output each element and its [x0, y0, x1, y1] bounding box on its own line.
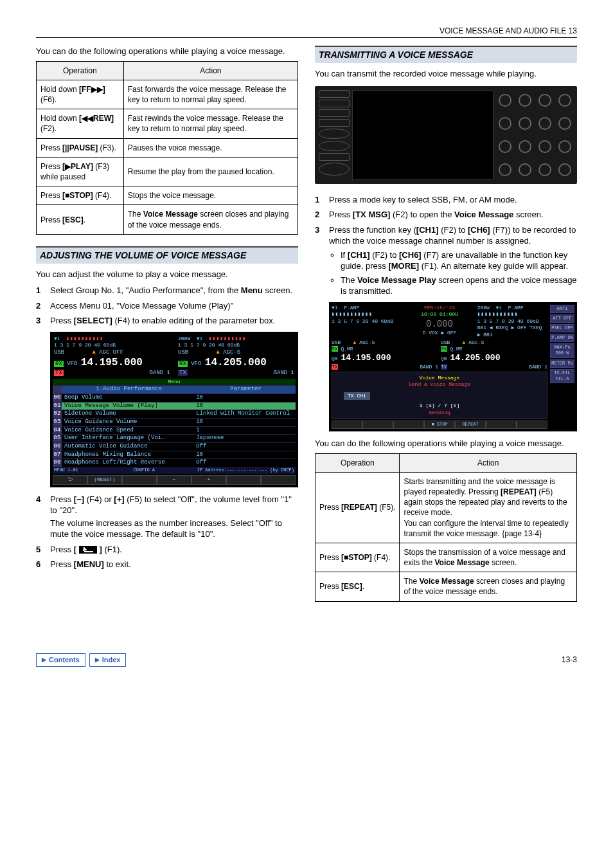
- voice-message-play-screenshot: ▼1 P.AMP ▮▮▮▮▮▮▮▮▮▮▮ 1 3 5 7 9 20 40 60d…: [329, 302, 577, 431]
- menu-screenshot: ▼1 ▮▮▮▮▮▮▮▮▮▮ 1 3 5 7 9 20 40 60dB USB ▲…: [50, 332, 298, 487]
- table-row: Press [▶PLAY] (F3) while paused Resume t…: [37, 157, 298, 186]
- transmit-steps: Press a mode key to select SSB, FM, or A…: [315, 194, 577, 297]
- adjust-intro: You can adjust the volume to play a voic…: [36, 269, 298, 280]
- back-icon: [79, 546, 97, 554]
- table-row: Press [||PAUSE] (F3). Pauses the voice m…: [37, 138, 298, 157]
- col-operation: Operation: [315, 453, 400, 472]
- contents-link[interactable]: Contents: [36, 653, 85, 667]
- transmit-intro: You can transmit the recorded voice mess…: [315, 68, 577, 80]
- right-column: TRANSMITTING A VOICE MESSAGE You can tra…: [315, 46, 577, 601]
- adjust-steps: Select Group No. 1, "Audio Performance",…: [36, 285, 298, 327]
- adjust-steps-2: Press [−] (F4) or [+] (F5) to select "Of…: [36, 494, 298, 570]
- left-column: You can do the following operations whil…: [36, 46, 298, 601]
- table-row: Hold down [◀◀REW] (F2). Fast rewinds the…: [37, 109, 298, 138]
- table-row: Press [■STOP] (F4). Stops the transmissi…: [315, 543, 577, 572]
- col-action: Action: [123, 61, 298, 80]
- page-footer: Contents Index 13-3: [36, 653, 577, 667]
- transmit-operations-table: Operation Action Press [REPEAT] (F5). St…: [315, 453, 577, 602]
- play-operations-table: Operation Action Hold down [FF▶▶] (F6). …: [36, 61, 298, 235]
- table-row: Press [ESC]. The Voice Message screen cl…: [37, 205, 298, 234]
- section-transmit: TRANSMITTING A VOICE MESSAGE: [315, 46, 577, 63]
- transmit-outro: You can do the following operations whil…: [315, 438, 577, 449]
- page-number: 13-3: [562, 655, 577, 665]
- transceiver-illustration: [315, 86, 577, 184]
- page-header: VOICE MESSAGE AND AUDIO FILE 13: [36, 26, 577, 38]
- table-row: Press [REPEAT] (F5). Starts transmitting…: [315, 472, 577, 543]
- col-operation: Operation: [37, 61, 124, 80]
- table-row: Press [■STOP] (F4). Stops the voice mess…: [37, 186, 298, 205]
- index-link[interactable]: Index: [89, 653, 127, 667]
- table-row: Press [ESC]. The Voice Message screen cl…: [315, 572, 577, 601]
- left-intro: You can do the following operations whil…: [36, 46, 298, 57]
- table-row: Hold down [FF▶▶] (F6). Fast forwards the…: [37, 80, 298, 109]
- section-adjust-volume: ADJUSTING THE VOLUME OF VOICE MESSAGE: [36, 246, 298, 264]
- col-action: Action: [400, 453, 577, 472]
